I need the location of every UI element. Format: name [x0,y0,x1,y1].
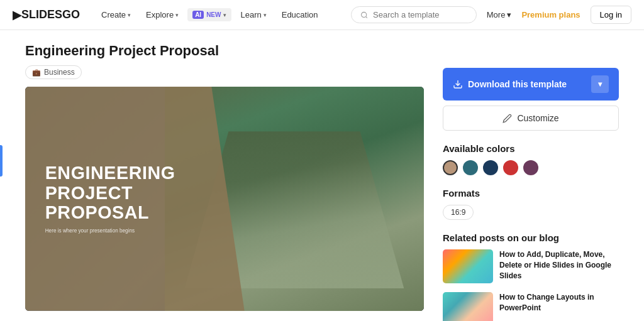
right-column: Download this template ▾ Customize Avail… [443,43,619,321]
download-button-left: Download this template [453,79,567,89]
page-title: Engineering Project Proposal [25,43,424,59]
color-swatches [443,160,619,175]
blog-post-title-1: How to Add, Duplicate, Move, Delete or H… [499,249,619,283]
nav-ai[interactable]: AI NEW ▾ [187,8,231,21]
nav-items: Create ▾ Explore ▾ AI NEW ▾ Learn ▾ Educ… [95,6,325,23]
nav-right: More ▾ Premium plans Log in [487,6,631,24]
nav-explore[interactable]: Explore ▾ [140,6,185,23]
login-button[interactable]: Log in [591,6,631,24]
pencil-icon [502,114,512,123]
thumbnail-strip: ‹ [25,317,424,321]
download-icon [453,79,463,89]
download-dropdown-arrow[interactable]: ▾ [591,75,609,93]
search-box[interactable] [351,6,477,23]
logo-text: SLIDESGO [21,8,80,21]
slide-canvas: ENGINEERING PROJECT PROPOSAL Here is whe… [25,87,424,311]
color-swatch-dark-navy[interactable] [483,160,498,175]
blog-thumb-2 [443,292,493,321]
customize-button[interactable]: Customize [443,106,619,131]
color-swatch-red[interactable] [503,160,518,175]
slide-title-line1: ENGINEERING PROJECT PROPOSAL [45,164,175,224]
format-badge[interactable]: 16:9 [443,205,474,220]
chevron-down-icon: ▾ [264,12,267,18]
chevron-down-icon: ▾ [223,12,226,18]
navbar: ▶ SLIDESGO Create ▾ Explore ▾ AI NEW ▾ L… [0,0,644,30]
left-edge-bar [0,145,3,177]
blog-post-2[interactable]: How to Change Layouts in PowerPoint [443,292,619,321]
svg-point-0 [361,12,366,17]
nav-more[interactable]: More ▾ [487,10,512,19]
color-swatch-purple[interactable] [523,160,538,175]
search-icon [360,11,368,19]
color-swatch-warm-brown[interactable] [443,160,458,175]
premium-plans-link[interactable]: Premium plans [521,10,580,19]
formats-section-title: Formats [443,188,619,199]
svg-line-1 [365,16,367,18]
brand-logo[interactable]: ▶ SLIDESGO [13,8,80,22]
new-badge: NEW [206,11,221,18]
slide-text-area: ENGINEERING PROJECT PROPOSAL Here is whe… [45,164,175,234]
slide-subtitle: Here is where your presentation begins [45,228,175,234]
tag-label: Business [44,68,75,77]
customize-label: Customize [517,113,558,123]
ai-label: AI [192,11,204,19]
download-button[interactable]: Download this template ▾ [443,68,619,101]
briefcase-icon: 💼 [32,68,41,77]
nav-create[interactable]: Create ▾ [95,6,137,23]
blog-thumb-1 [443,249,493,283]
nav-education[interactable]: Education [275,6,325,23]
tag-badge[interactable]: 💼 Business [25,65,82,79]
blog-post-1[interactable]: How to Add, Duplicate, Move, Delete or H… [443,249,619,283]
chevron-down-icon: ▾ [128,12,131,18]
colors-section-title: Available colors [443,143,619,154]
sidebar-actions: Download this template ▾ Customize Avail… [443,68,619,321]
nav-learn[interactable]: Learn ▾ [234,6,272,23]
left-column: Engineering Project Proposal 💼 Business … [25,43,424,321]
blog-section-title: Related posts on our blog [443,232,619,243]
search-area [351,6,477,23]
color-swatch-teal[interactable] [463,160,478,175]
page-content: Engineering Project Proposal 💼 Business … [0,30,644,321]
chevron-down-icon: ▾ [175,12,179,18]
blog-post-title-2: How to Change Layouts in PowerPoint [499,292,619,321]
main-slide-preview: ENGINEERING PROJECT PROPOSAL Here is whe… [25,87,424,311]
search-input[interactable] [373,10,467,19]
download-label: Download this template [468,79,567,89]
chevron-down-icon: ▾ [507,10,511,19]
